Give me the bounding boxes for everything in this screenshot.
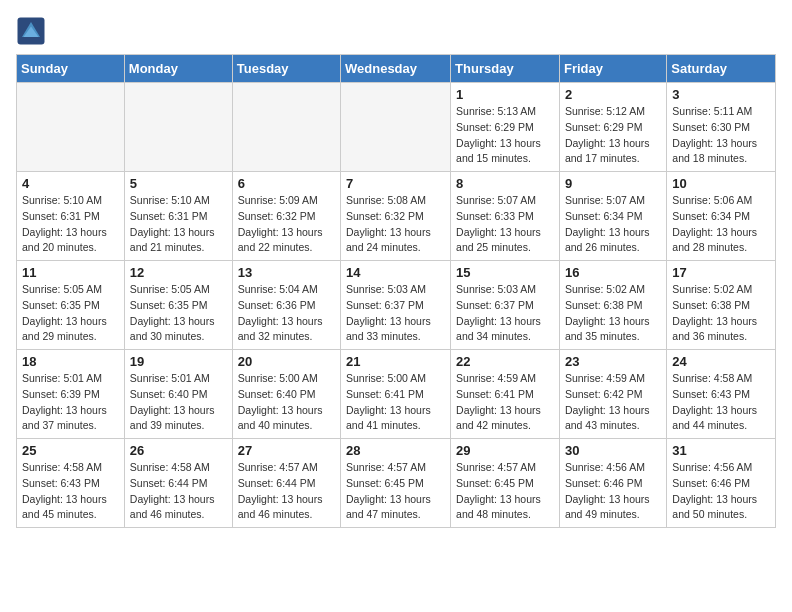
day-cell: 14Sunrise: 5:03 AMSunset: 6:37 PMDayligh… [341,261,451,350]
day-number: 9 [565,176,661,191]
day-number: 29 [456,443,554,458]
day-cell: 12Sunrise: 5:05 AMSunset: 6:35 PMDayligh… [124,261,232,350]
day-info: Sunrise: 5:10 AMSunset: 6:31 PMDaylight:… [130,193,227,256]
day-cell: 29Sunrise: 4:57 AMSunset: 6:45 PMDayligh… [451,439,560,528]
week-row-4: 18Sunrise: 5:01 AMSunset: 6:39 PMDayligh… [17,350,776,439]
day-number: 4 [22,176,119,191]
day-cell: 28Sunrise: 4:57 AMSunset: 6:45 PMDayligh… [341,439,451,528]
day-info: Sunrise: 5:10 AMSunset: 6:31 PMDaylight:… [22,193,119,256]
day-number: 1 [456,87,554,102]
header-saturday: Saturday [667,55,776,83]
day-info: Sunrise: 5:05 AMSunset: 6:35 PMDaylight:… [22,282,119,345]
day-cell: 20Sunrise: 5:00 AMSunset: 6:40 PMDayligh… [232,350,340,439]
day-cell: 5Sunrise: 5:10 AMSunset: 6:31 PMDaylight… [124,172,232,261]
day-cell: 10Sunrise: 5:06 AMSunset: 6:34 PMDayligh… [667,172,776,261]
day-number: 10 [672,176,770,191]
day-info: Sunrise: 5:13 AMSunset: 6:29 PMDaylight:… [456,104,554,167]
day-number: 12 [130,265,227,280]
day-cell: 17Sunrise: 5:02 AMSunset: 6:38 PMDayligh… [667,261,776,350]
day-info: Sunrise: 4:57 AMSunset: 6:45 PMDaylight:… [456,460,554,523]
day-number: 19 [130,354,227,369]
logo [16,16,50,46]
day-cell: 9Sunrise: 5:07 AMSunset: 6:34 PMDaylight… [559,172,666,261]
day-cell: 4Sunrise: 5:10 AMSunset: 6:31 PMDaylight… [17,172,125,261]
day-info: Sunrise: 5:09 AMSunset: 6:32 PMDaylight:… [238,193,335,256]
day-info: Sunrise: 5:05 AMSunset: 6:35 PMDaylight:… [130,282,227,345]
day-number: 31 [672,443,770,458]
day-number: 8 [456,176,554,191]
day-cell: 25Sunrise: 4:58 AMSunset: 6:43 PMDayligh… [17,439,125,528]
week-row-2: 4Sunrise: 5:10 AMSunset: 6:31 PMDaylight… [17,172,776,261]
day-cell: 31Sunrise: 4:56 AMSunset: 6:46 PMDayligh… [667,439,776,528]
day-cell: 15Sunrise: 5:03 AMSunset: 6:37 PMDayligh… [451,261,560,350]
header-monday: Monday [124,55,232,83]
day-cell: 18Sunrise: 5:01 AMSunset: 6:39 PMDayligh… [17,350,125,439]
day-cell: 2Sunrise: 5:12 AMSunset: 6:29 PMDaylight… [559,83,666,172]
day-info: Sunrise: 5:01 AMSunset: 6:39 PMDaylight:… [22,371,119,434]
calendar-table: SundayMondayTuesdayWednesdayThursdayFrid… [16,54,776,528]
day-cell: 26Sunrise: 4:58 AMSunset: 6:44 PMDayligh… [124,439,232,528]
day-number: 24 [672,354,770,369]
day-info: Sunrise: 5:07 AMSunset: 6:34 PMDaylight:… [565,193,661,256]
day-cell [17,83,125,172]
day-cell: 24Sunrise: 4:58 AMSunset: 6:43 PMDayligh… [667,350,776,439]
day-number: 3 [672,87,770,102]
day-number: 27 [238,443,335,458]
header-row: SundayMondayTuesdayWednesdayThursdayFrid… [17,55,776,83]
day-cell: 27Sunrise: 4:57 AMSunset: 6:44 PMDayligh… [232,439,340,528]
day-cell: 21Sunrise: 5:00 AMSunset: 6:41 PMDayligh… [341,350,451,439]
day-number: 6 [238,176,335,191]
day-cell: 11Sunrise: 5:05 AMSunset: 6:35 PMDayligh… [17,261,125,350]
day-info: Sunrise: 5:02 AMSunset: 6:38 PMDaylight:… [565,282,661,345]
day-number: 18 [22,354,119,369]
day-number: 25 [22,443,119,458]
day-info: Sunrise: 5:07 AMSunset: 6:33 PMDaylight:… [456,193,554,256]
day-number: 5 [130,176,227,191]
day-number: 11 [22,265,119,280]
day-cell: 23Sunrise: 4:59 AMSunset: 6:42 PMDayligh… [559,350,666,439]
day-cell: 16Sunrise: 5:02 AMSunset: 6:38 PMDayligh… [559,261,666,350]
day-number: 30 [565,443,661,458]
day-number: 14 [346,265,445,280]
header-wednesday: Wednesday [341,55,451,83]
day-number: 17 [672,265,770,280]
day-info: Sunrise: 4:59 AMSunset: 6:41 PMDaylight:… [456,371,554,434]
day-number: 2 [565,87,661,102]
week-row-1: 1Sunrise: 5:13 AMSunset: 6:29 PMDaylight… [17,83,776,172]
day-cell [232,83,340,172]
day-number: 23 [565,354,661,369]
day-cell: 3Sunrise: 5:11 AMSunset: 6:30 PMDaylight… [667,83,776,172]
logo-icon [16,16,46,46]
day-info: Sunrise: 4:56 AMSunset: 6:46 PMDaylight:… [672,460,770,523]
day-number: 22 [456,354,554,369]
header-thursday: Thursday [451,55,560,83]
week-row-3: 11Sunrise: 5:05 AMSunset: 6:35 PMDayligh… [17,261,776,350]
day-info: Sunrise: 4:58 AMSunset: 6:44 PMDaylight:… [130,460,227,523]
day-info: Sunrise: 5:01 AMSunset: 6:40 PMDaylight:… [130,371,227,434]
day-info: Sunrise: 5:00 AMSunset: 6:40 PMDaylight:… [238,371,335,434]
day-cell [124,83,232,172]
day-info: Sunrise: 5:00 AMSunset: 6:41 PMDaylight:… [346,371,445,434]
header-sunday: Sunday [17,55,125,83]
page-header [16,16,776,46]
day-number: 7 [346,176,445,191]
day-number: 20 [238,354,335,369]
day-info: Sunrise: 5:12 AMSunset: 6:29 PMDaylight:… [565,104,661,167]
day-info: Sunrise: 4:58 AMSunset: 6:43 PMDaylight:… [22,460,119,523]
day-info: Sunrise: 5:02 AMSunset: 6:38 PMDaylight:… [672,282,770,345]
day-cell: 13Sunrise: 5:04 AMSunset: 6:36 PMDayligh… [232,261,340,350]
week-row-5: 25Sunrise: 4:58 AMSunset: 6:43 PMDayligh… [17,439,776,528]
day-cell: 8Sunrise: 5:07 AMSunset: 6:33 PMDaylight… [451,172,560,261]
day-info: Sunrise: 5:04 AMSunset: 6:36 PMDaylight:… [238,282,335,345]
day-cell: 7Sunrise: 5:08 AMSunset: 6:32 PMDaylight… [341,172,451,261]
day-number: 26 [130,443,227,458]
day-cell: 30Sunrise: 4:56 AMSunset: 6:46 PMDayligh… [559,439,666,528]
day-info: Sunrise: 4:56 AMSunset: 6:46 PMDaylight:… [565,460,661,523]
day-number: 16 [565,265,661,280]
day-info: Sunrise: 4:57 AMSunset: 6:45 PMDaylight:… [346,460,445,523]
day-number: 21 [346,354,445,369]
day-info: Sunrise: 4:59 AMSunset: 6:42 PMDaylight:… [565,371,661,434]
day-cell: 1Sunrise: 5:13 AMSunset: 6:29 PMDaylight… [451,83,560,172]
day-cell: 22Sunrise: 4:59 AMSunset: 6:41 PMDayligh… [451,350,560,439]
day-number: 28 [346,443,445,458]
